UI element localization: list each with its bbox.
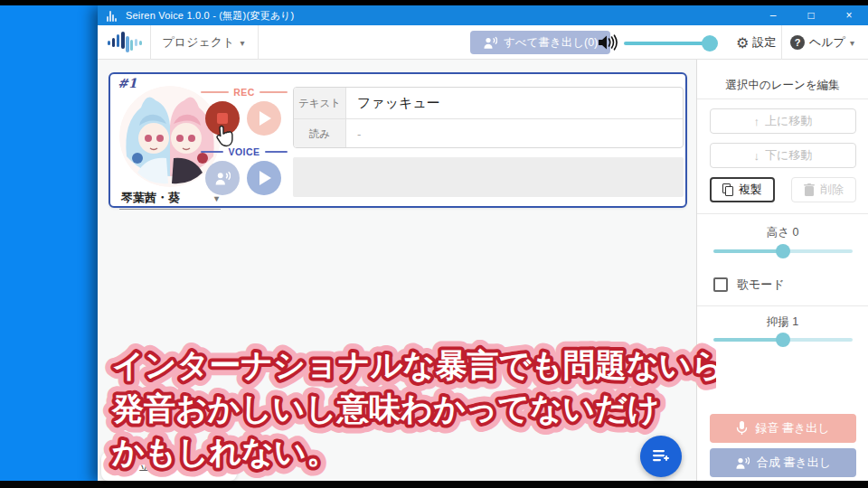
move-up-label: 上に移動 xyxy=(765,113,812,129)
move-up-button[interactable]: ↑ 上に移動 xyxy=(710,108,856,134)
waveform-placeholder xyxy=(293,157,684,197)
avatar-placeholder xyxy=(108,457,127,475)
playlist-add-icon xyxy=(651,447,671,465)
lane-card-1[interactable]: #1 xyxy=(108,72,687,208)
toolbar-separator xyxy=(781,25,782,60)
main-content: #1 xyxy=(98,60,696,481)
help-icon: ? xyxy=(790,35,805,50)
pitch-slider-knob[interactable] xyxy=(776,244,790,258)
record-export-label: 録音 書き出し xyxy=(755,420,829,436)
intonation-slider[interactable] xyxy=(713,338,853,342)
export-all-label: すべて書き出し(0) xyxy=(504,35,598,51)
move-down-button[interactable]: ↓ 下に移動 xyxy=(710,143,856,168)
stop-icon xyxy=(217,113,228,124)
checkbox-icon[interactable] xyxy=(713,277,728,292)
delete-label: 削除 xyxy=(820,182,844,198)
toolbar: プロジェクト ▾ すべて書き出し(0) xyxy=(98,25,868,60)
divider xyxy=(697,305,868,306)
voice-select[interactable]: 琴葉茜・葵 ▾ xyxy=(119,188,221,210)
play-icon xyxy=(259,111,271,126)
trash-icon xyxy=(804,183,815,196)
screen: Seiren Voice 1.0.0 - (無題)(変更あり) – □ × xyxy=(0,0,868,488)
titlebar: Seiren Voice 1.0.0 - (無題)(変更あり) – □ × xyxy=(98,5,868,25)
duplicate-label: 複製 xyxy=(739,182,762,198)
duplicate-button[interactable]: 複製 xyxy=(710,177,775,202)
move-down-label: 下に移動 xyxy=(765,147,812,164)
gear-icon: ⚙ xyxy=(736,34,749,52)
text-field-label: テキスト xyxy=(294,88,346,118)
copy-icon xyxy=(722,183,733,196)
text-fields: テキスト ファッキュー 読み - xyxy=(293,87,684,148)
chevron-down-icon: ▾ xyxy=(850,38,854,48)
synth-export-label: 合成 書き出し xyxy=(757,455,831,471)
maximize-button[interactable]: □ xyxy=(792,5,830,25)
reading-row: 読み - xyxy=(294,118,683,148)
rec-section-header: REC xyxy=(201,87,288,98)
volume-slider[interactable] xyxy=(624,42,712,45)
pitch-slider[interactable] xyxy=(713,249,853,253)
record-export-button[interactable]: 録音 書き出し xyxy=(710,414,856,443)
divider xyxy=(697,99,868,99)
divider xyxy=(697,213,868,214)
desktop-background xyxy=(0,5,98,481)
microphone-icon xyxy=(736,421,748,436)
app-logo-waveform-icon xyxy=(107,31,145,54)
partial-lane-card[interactable]: 立 xyxy=(101,452,237,481)
mouse-cursor xyxy=(215,125,235,152)
intonation-slider-knob[interactable] xyxy=(776,333,790,347)
voice-play-button[interactable] xyxy=(247,161,281,195)
person-sound-icon xyxy=(214,171,231,186)
voice-synthesize-button[interactable] xyxy=(205,161,240,195)
settings-button[interactable]: ⚙ 設定 xyxy=(736,25,776,60)
song-mode-toggle[interactable]: 歌モード xyxy=(713,277,785,293)
reading-field-label: 読み xyxy=(294,119,346,148)
settings-label: 設定 xyxy=(752,34,776,51)
person-sound-icon xyxy=(483,36,497,50)
toolbar-separator xyxy=(258,25,259,60)
text-row: テキスト ファッキュー xyxy=(294,88,683,118)
speaker-icon[interactable] xyxy=(598,34,618,54)
volume-slider-knob[interactable] xyxy=(702,35,718,52)
intonation-label: 抑揚 1 xyxy=(697,314,868,330)
reading-field-input[interactable]: - xyxy=(346,119,683,148)
minimize-button[interactable]: – xyxy=(754,5,792,25)
close-button[interactable]: × xyxy=(830,5,868,25)
person-sound-icon xyxy=(735,456,750,470)
add-lane-fab[interactable] xyxy=(640,436,682,477)
arrow-down-icon: ↓ xyxy=(754,149,760,163)
help-label: ヘルプ xyxy=(809,34,845,51)
app-window: Seiren Voice 1.0.0 - (無題)(変更あり) – □ × xyxy=(98,5,868,481)
toolbar-separator xyxy=(150,25,151,60)
synth-export-button[interactable]: 合成 書き出し xyxy=(710,448,856,477)
export-all-button[interactable]: すべて書き出し(0) xyxy=(470,31,610,54)
window-title: Seiren Voice 1.0.0 - (無題)(変更あり) xyxy=(126,9,294,23)
arrow-up-icon: ↑ xyxy=(754,115,760,128)
chevron-down-icon: ▾ xyxy=(240,38,244,48)
pitch-label: 高さ 0 xyxy=(697,225,868,240)
text-field-input[interactable]: ファッキュー xyxy=(346,88,683,118)
window-controls: – □ × xyxy=(754,5,868,25)
sidebar-lane-editor: 選択中のレーンを編集 ↑ 上に移動 ↓ 下に移動 複製 削除 xyxy=(696,60,868,481)
recording-play-button[interactable] xyxy=(247,101,281,136)
delete-button[interactable]: 削除 xyxy=(791,177,856,202)
project-menu-label: プロジェクト xyxy=(163,34,235,51)
lane-number: #1 xyxy=(118,76,137,90)
voice-section-header: VOICE xyxy=(201,146,288,157)
play-icon xyxy=(259,171,271,185)
help-button[interactable]: ? ヘルプ ▾ xyxy=(790,25,854,60)
sidebar-header: 選択中のレーンを編集 xyxy=(697,78,868,93)
rec-section-label: REC xyxy=(233,87,255,98)
partial-card-text: 立 xyxy=(139,460,149,474)
song-mode-label: 歌モード xyxy=(737,277,785,293)
project-menu-button[interactable]: プロジェクト ▾ xyxy=(158,25,249,60)
app-icon xyxy=(107,10,118,22)
letterbox-bar xyxy=(0,481,868,488)
voice-name: 琴葉茜・葵 xyxy=(121,190,180,206)
